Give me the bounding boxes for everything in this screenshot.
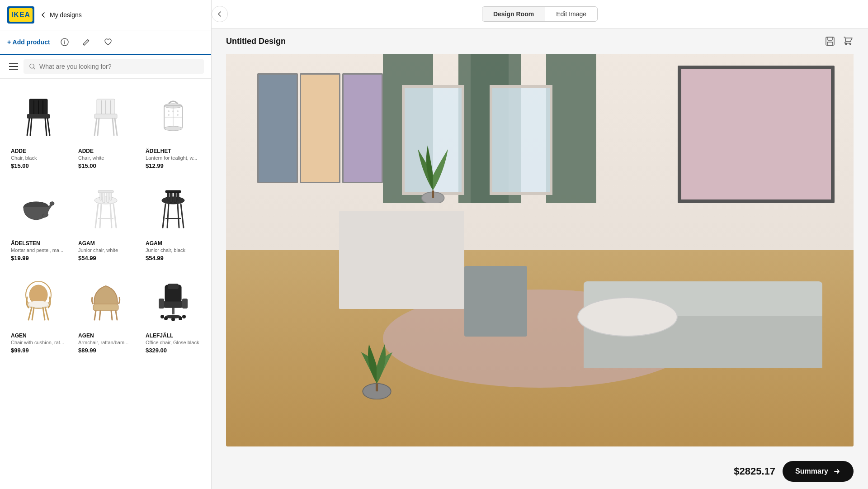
edit-button[interactable] [79,35,94,49]
svg-rect-73 [182,299,188,309]
hamburger-button[interactable] [7,62,20,71]
product-desc: Armchair, rattan/bam... [78,340,133,345]
ikea-logo-text: IKEA [9,8,33,22]
product-price: $99.99 [11,347,66,354]
product-row-2: ÄDELSTEN Mortar and pestel, ma... $19.99 [7,178,204,265]
product-row-1: ADDE Chair, black $15.00 [7,86,204,173]
save-design-button[interactable] [825,36,835,47]
product-price: $329.00 [146,347,200,354]
svg-line-53 [167,204,169,228]
info-icon [61,38,69,46]
product-image [146,90,200,144]
my-designs-label: My designs [50,11,82,19]
svg-line-67 [99,311,100,320]
svg-rect-71 [163,301,183,308]
edit-image-tab[interactable]: Edit Image [545,7,597,21]
total-price: $2825.17 [734,465,775,477]
list-item[interactable]: ALEFJÄLL Office chair, Glose black $329.… [142,271,204,357]
svg-point-27 [177,110,179,112]
svg-line-60 [28,308,32,320]
chair-black-image [20,97,57,138]
list-item[interactable]: AGEN Chair with cushion, rat... $99.99 [7,271,69,357]
product-desc: Chair, black [11,155,66,161]
svg-point-78 [171,318,175,321]
stool-black-image [157,189,189,230]
add-product-button[interactable]: + Add product [7,38,50,46]
svg-point-59 [28,301,48,307]
svg-point-77 [179,317,182,320]
list-item[interactable]: ADDE Chair, black $15.00 [7,86,69,173]
design-title-bar: Untitled Design [212,28,868,54]
product-image [11,274,66,329]
list-item[interactable]: ADDE Chair, white $15.00 [75,86,137,173]
svg-rect-47 [174,191,176,203]
svg-point-26 [172,110,174,112]
svg-point-79 [160,315,164,318]
svg-point-80 [182,315,186,318]
svg-line-4 [27,119,29,135]
product-name: ALEFJÄLL [146,332,200,339]
svg-line-15 [98,119,99,135]
collapse-icon [217,11,222,17]
svg-rect-82 [828,37,832,40]
curtain [546,54,596,203]
right-header: Design Room Edit Image [212,0,868,28]
room-chair [464,266,527,337]
svg-line-7 [45,119,47,135]
svg-point-25 [168,110,170,112]
view-toggle: Design Room Edit Image [482,6,598,22]
search-input[interactable] [39,63,198,70]
room-plant-1 [352,321,402,399]
svg-line-61 [45,308,48,320]
arrow-right-icon [833,467,841,475]
stool-white-image [90,189,122,230]
chair-white-image [88,97,124,138]
svg-line-6 [30,119,32,135]
top-bar: IKEA My designs [0,0,211,30]
svg-line-65 [94,311,96,320]
svg-point-76 [164,317,168,320]
cart-button[interactable] [843,36,854,47]
collapse-panel-button[interactable] [212,6,228,22]
list-item[interactable]: ÄDELSTEN Mortar and pestel, ma... $19.99 [7,178,69,265]
product-image [78,90,133,144]
svg-line-5 [47,119,50,135]
my-designs-button[interactable]: My designs [40,11,82,19]
room-window [490,85,552,195]
bottom-bar: $2825.17 Summary [212,454,868,489]
svg-line-52 [181,204,184,228]
svg-point-24 [164,126,182,131]
favorite-button[interactable] [101,35,115,49]
svg-line-63 [43,308,45,320]
list-item[interactable]: AGEN Armchair, rattan/bam... $89.99 [75,271,137,357]
svg-line-42 [100,204,101,228]
list-item[interactable]: AGAM Junior chair, white $54.99 [75,178,137,265]
svg-line-13 [94,119,97,135]
room-art-left [257,73,383,183]
svg-line-43 [110,204,112,228]
room-art-right [678,66,835,203]
product-row-3: AGEN Chair with cushion, rat... $99.99 [7,271,204,357]
svg-rect-36 [107,191,109,203]
list-item[interactable]: AGAM Junior chair, black $54.99 [142,178,204,265]
info-button[interactable] [57,35,72,49]
room-preview [226,54,854,446]
list-item[interactable]: ÄDELHET Lantern for tealight, w... $12.9… [142,86,204,173]
svg-line-14 [115,119,117,135]
lantern-image [157,97,189,138]
design-room-tab[interactable]: Design Room [482,7,545,21]
product-name: ÄDELHET [146,148,200,154]
svg-rect-70 [168,284,179,289]
svg-point-29 [177,114,179,116]
product-name: AGEN [78,332,133,339]
summary-button[interactable]: Summary [783,461,854,482]
product-desc: Chair with cushion, rat... [11,340,66,345]
product-desc: Junior chair, white [78,247,133,253]
search-input-wrapper [24,59,204,74]
product-desc: Mortar and pestel, ma... [11,247,66,253]
svg-point-28 [168,114,170,116]
svg-rect-39 [98,190,113,193]
product-price: $54.99 [146,255,200,261]
svg-line-16 [113,119,114,135]
product-grid: ADDE Chair, black $15.00 [0,79,211,489]
